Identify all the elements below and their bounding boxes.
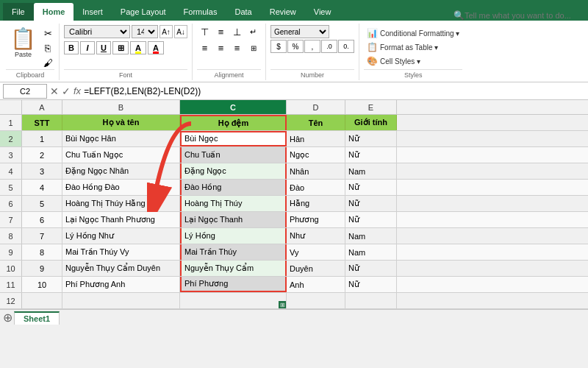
cell-A6[interactable]: 5	[22, 196, 62, 211]
cell-B10[interactable]: Nguyễn Thụy Cẩm Duyên	[62, 261, 180, 276]
border-button[interactable]: ⊞	[112, 41, 129, 54]
cell-A7[interactable]: 6	[22, 212, 62, 227]
cell-E2[interactable]: Nữ	[345, 131, 397, 146]
cell-D4[interactable]: Nhân	[287, 163, 345, 179]
cell-C9[interactable]: Mai Trần Thúy	[180, 244, 287, 260]
cell-C2[interactable]: Bùi Ngọc	[180, 131, 287, 146]
cell-D9[interactable]: Vy	[287, 244, 345, 260]
search-input[interactable]	[465, 11, 582, 20]
font-name-select[interactable]: Calibri	[64, 25, 130, 38]
cell-C12[interactable]: ⊞	[180, 293, 287, 308]
cell-A10[interactable]: 9	[22, 261, 62, 276]
cell-B9[interactable]: Mai Trần Thúy Vy	[62, 244, 180, 260]
tab-home[interactable]: Home	[34, 3, 74, 21]
cell-B1[interactable]: Họ và tên	[62, 115, 180, 130]
cell-C11[interactable]: Phí Phương	[180, 277, 287, 292]
formula-input[interactable]	[84, 86, 585, 96]
cell-A4[interactable]: 3	[22, 163, 62, 179]
cell-D7[interactable]: Phương	[287, 212, 345, 227]
cell-B5[interactable]: Đào Hồng Đào	[62, 180, 180, 195]
cell-A11[interactable]: 10	[22, 277, 62, 292]
cell-E11[interactable]: Nữ	[345, 277, 397, 292]
cell-B3[interactable]: Chu Tuấn Ngọc	[62, 147, 180, 163]
tab-view[interactable]: View	[305, 3, 340, 21]
cell-B7[interactable]: Lại Ngọc Thanh Phương	[62, 212, 180, 227]
cell-B2[interactable]: Bùi Ngọc Hân	[62, 131, 180, 146]
col-header-E[interactable]: E	[345, 100, 397, 114]
cell-E4[interactable]: Nam	[345, 163, 397, 179]
confirm-icon[interactable]: ✓	[62, 85, 71, 97]
tab-review[interactable]: Review	[261, 3, 305, 21]
font-color-button[interactable]: A	[148, 41, 164, 54]
italic-button[interactable]: I	[80, 41, 95, 54]
cell-D5[interactable]: Đào	[287, 180, 345, 195]
cell-C3[interactable]: Chu Tuấn	[180, 147, 287, 163]
paste-button[interactable]: 📋 Paste	[6, 25, 40, 60]
cell-C6[interactable]: Hoàng Thị Thúy	[180, 196, 287, 211]
cell-D6[interactable]: Hằng	[287, 196, 345, 211]
cell-D8[interactable]: Như	[287, 228, 345, 244]
cell-A9[interactable]: 8	[22, 244, 62, 260]
cell-E8[interactable]: Nam	[345, 228, 397, 244]
cell-E6[interactable]: Nữ	[345, 196, 397, 211]
format-painter-button[interactable]: 🖌	[41, 56, 54, 69]
currency-button[interactable]: $	[270, 40, 287, 53]
comma-button[interactable]: ,	[304, 40, 320, 53]
tab-formulas[interactable]: Formulas	[175, 3, 226, 21]
align-top-button[interactable]: ⊤	[198, 25, 212, 38]
align-bottom-button[interactable]: ⊥	[230, 25, 245, 38]
cell-E12[interactable]	[345, 293, 397, 308]
cell-C10[interactable]: Nguyễn Thụy Cẩm	[180, 261, 287, 276]
decrease-font-button[interactable]: A↓	[174, 25, 187, 38]
wrap-text-button[interactable]: ↵	[246, 25, 261, 38]
cell-A8[interactable]: 7	[22, 228, 62, 244]
cell-reference-box[interactable]	[3, 84, 47, 99]
cell-E5[interactable]: Nữ	[345, 180, 397, 195]
cell-D3[interactable]: Ngọc	[287, 147, 345, 163]
col-header-A[interactable]: A	[22, 100, 62, 114]
cell-D12[interactable]	[287, 293, 345, 308]
decrease-decimal-button[interactable]: 0.	[338, 40, 354, 53]
cell-C1[interactable]: Họ đệm	[180, 115, 287, 130]
increase-font-button[interactable]: A↑	[159, 25, 173, 38]
cell-D2[interactable]: Hân	[287, 131, 345, 146]
cell-B4[interactable]: Đặng Ngọc Nhân	[62, 163, 180, 179]
cell-A5[interactable]: 4	[22, 180, 62, 195]
cell-B12[interactable]	[62, 293, 180, 308]
underline-button[interactable]: U	[96, 41, 111, 54]
cell-D1[interactable]: Tên	[287, 115, 345, 130]
align-right-button[interactable]: ≡	[230, 41, 245, 54]
cell-C4[interactable]: Đặng Ngọc	[180, 163, 287, 179]
fill-color-button[interactable]: A	[130, 41, 146, 54]
cell-E3[interactable]: Nữ	[345, 147, 397, 163]
col-header-C[interactable]: C	[180, 100, 287, 114]
cell-A1[interactable]: STT	[22, 115, 62, 130]
align-left-button[interactable]: ≡	[198, 41, 212, 54]
font-size-select[interactable]: 14	[132, 25, 158, 38]
cell-C5[interactable]: Đào Hồng	[180, 180, 287, 195]
col-header-B[interactable]: B	[62, 100, 180, 114]
add-sheet-button[interactable]: ⊕	[3, 311, 12, 325]
tab-page-layout[interactable]: Page Layout	[112, 3, 175, 21]
increase-decimal-button[interactable]: .0	[321, 40, 337, 53]
align-center-button[interactable]: ≡	[214, 41, 229, 54]
copy-button[interactable]: ⎘	[41, 41, 54, 54]
conditional-formatting-button[interactable]: 📊 Conditional Formatting ▾	[364, 26, 462, 40]
cell-A3[interactable]: 2	[22, 147, 62, 163]
cut-button[interactable]: ✂	[41, 26, 54, 40]
cell-C7[interactable]: Lại Ngọc Thanh	[180, 212, 287, 227]
tab-data[interactable]: Data	[226, 3, 260, 21]
cancel-icon[interactable]: ✕	[50, 85, 59, 97]
format-as-table-button[interactable]: 📋 Format as Table ▾	[364, 40, 462, 54]
cell-B11[interactable]: Phí Phương Anh	[62, 277, 180, 292]
align-middle-button[interactable]: ≡	[214, 25, 229, 38]
cell-E10[interactable]: Nữ	[345, 261, 397, 276]
cell-E9[interactable]: Nam	[345, 244, 397, 260]
cell-C8[interactable]: Lý Hồng	[180, 228, 287, 244]
cell-B8[interactable]: Lý Hồng Như	[62, 228, 180, 244]
fx-icon[interactable]: fx	[74, 85, 81, 96]
tab-file[interactable]: File	[3, 3, 34, 21]
cell-E7[interactable]: Nữ	[345, 212, 397, 227]
cell-E1[interactable]: Giới tính	[345, 115, 397, 130]
cell-D10[interactable]: Duyên	[287, 261, 345, 276]
